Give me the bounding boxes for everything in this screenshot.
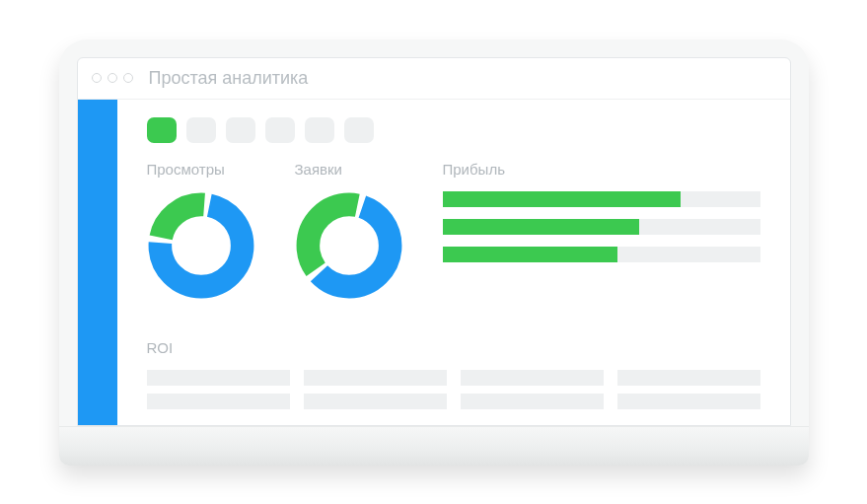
laptop-base — [59, 426, 809, 466]
roi-cell — [147, 394, 290, 409]
roi-row-1 — [147, 370, 760, 386]
window-maximize-icon[interactable] — [123, 73, 133, 83]
window-controls — [92, 73, 133, 83]
roi-cell — [617, 370, 760, 386]
roi-cell — [617, 394, 760, 409]
profit-bar-2 — [443, 219, 760, 235]
page-title: Простая аналитика — [149, 68, 309, 89]
tab-row — [147, 117, 760, 143]
tab-5[interactable] — [344, 117, 374, 143]
profit-label: Прибыль — [443, 161, 760, 178]
tab-0[interactable] — [147, 117, 177, 143]
profit-bar-1-fill — [443, 191, 682, 207]
views-panel: Просмотры — [147, 161, 275, 325]
browser-window: Простая аналитика Просмотры — [77, 57, 791, 426]
requests-label: Заявки — [295, 161, 423, 178]
profit-bar-3-fill — [443, 247, 617, 262]
title-bar: Простая аналитика — [78, 58, 790, 100]
profit-bar-1 — [443, 191, 760, 207]
main-panel: Просмотры Заявки — [117, 100, 790, 425]
content-area: Просмотры Заявки — [78, 100, 790, 425]
profit-bar-3 — [443, 247, 760, 262]
donut-panels: Просмотры Заявки — [147, 161, 423, 325]
tab-2[interactable] — [226, 117, 255, 143]
profit-panel: Прибыль — [443, 161, 760, 325]
requests-panel: Заявки — [295, 161, 423, 325]
roi-panel: ROI — [147, 339, 760, 409]
profit-bar-2-fill — [443, 219, 640, 235]
roi-grid — [147, 370, 760, 409]
roi-cell — [304, 370, 447, 386]
window-minimize-icon[interactable] — [108, 73, 117, 83]
roi-cell — [304, 394, 447, 409]
tab-4[interactable] — [305, 117, 334, 143]
requests-donut-chart — [295, 191, 403, 300]
profit-bars — [443, 191, 760, 262]
roi-cell — [147, 370, 290, 386]
roi-cell — [461, 394, 604, 409]
roi-cell — [461, 370, 604, 386]
sidebar[interactable] — [78, 100, 117, 425]
tab-1[interactable] — [186, 117, 216, 143]
tab-3[interactable] — [265, 117, 295, 143]
roi-row-2 — [147, 394, 760, 409]
views-label: Просмотры — [147, 161, 275, 178]
panels: Просмотры Заявки — [147, 161, 760, 325]
views-donut-chart — [147, 191, 255, 300]
roi-label: ROI — [147, 339, 760, 356]
window-close-icon[interactable] — [92, 73, 102, 83]
laptop-frame: Простая аналитика Просмотры — [59, 39, 809, 466]
